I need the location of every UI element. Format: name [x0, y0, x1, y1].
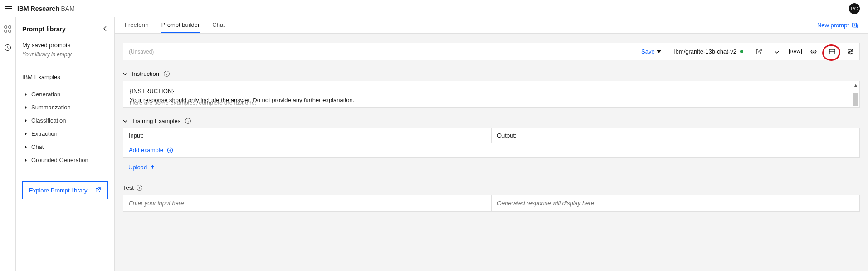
instruction-line1: {INSTRUCTION}: [130, 87, 853, 96]
sidebar-item-generation[interactable]: Generation: [22, 88, 108, 101]
instruction-header[interactable]: Instruction i: [123, 70, 860, 77]
raw-toggle-button[interactable]: RAW: [786, 43, 805, 60]
brand-bold: IBM Research: [17, 5, 59, 12]
save-button[interactable]: Save: [635, 48, 668, 55]
sidebar-item-extraction[interactable]: Extraction: [22, 127, 108, 140]
svg-point-17: [851, 49, 852, 50]
model-selector[interactable]: ibm/granite-13b-chat-v2: [668, 48, 750, 55]
tab-freeform[interactable]: Freeform: [125, 17, 149, 33]
brand-thin: BAM: [59, 5, 75, 12]
status-dot-icon: [740, 50, 743, 53]
explore-library-button[interactable]: Explore Prompt library: [22, 181, 108, 199]
brand-label: IBM Research BAM: [17, 5, 75, 12]
svg-marker-10: [25, 158, 27, 162]
training-output-header: Output:: [491, 128, 859, 143]
avatar[interactable]: RG: [849, 3, 860, 14]
test-input-field[interactable]: [129, 200, 486, 207]
instruction-textarea[interactable]: {INSTRUCTION} Your response should only …: [123, 81, 860, 108]
upload-button[interactable]: Upload: [128, 164, 156, 171]
svg-marker-9: [25, 145, 27, 149]
sidebar-title: Prompt library: [22, 25, 66, 33]
test-grid: Generated response will display here: [123, 195, 860, 212]
model-dropdown-icon[interactable]: [768, 43, 786, 60]
sidebar: Prompt library My saved prompts Your lib…: [16, 17, 115, 271]
settings-icon[interactable]: [841, 43, 859, 60]
info-icon[interactable]: i: [185, 118, 191, 124]
sidebar-item-label: Summarization: [31, 104, 71, 111]
collapse-sidebar-button[interactable]: [102, 26, 108, 33]
svg-marker-6: [25, 106, 27, 109]
training-input-header: Input:: [123, 128, 491, 143]
sidebar-item-label: Classification: [31, 117, 66, 124]
scroll-up-icon[interactable]: ▲: [853, 82, 858, 89]
sidebar-item-label: Chat: [31, 143, 44, 150]
tab-prompt-builder[interactable]: Prompt builder: [161, 17, 200, 33]
open-external-icon[interactable]: [750, 43, 768, 60]
sidebar-item-label: Generation: [31, 91, 60, 98]
tab-chat[interactable]: Chat: [212, 17, 224, 33]
upload-label: Upload: [128, 164, 147, 171]
svg-point-19: [848, 51, 849, 52]
add-example-button[interactable]: Add example: [123, 143, 859, 157]
info-icon[interactable]: i: [137, 185, 142, 191]
top-header: IBM Research BAM RG: [0, 0, 868, 17]
saved-prompts-empty: Your library is empty: [22, 51, 108, 58]
top-header-left: IBM Research BAM: [5, 5, 75, 12]
add-example-label: Add example: [129, 147, 163, 153]
save-label: Save: [641, 48, 655, 55]
model-name-label: ibm/granite-13b-chat-v2: [674, 48, 736, 55]
sidebar-divider: [22, 66, 108, 66]
tabbar: Freeform Prompt builder Chat New prompt: [115, 17, 868, 34]
training-examples-table: Input: Output: Add example: [123, 128, 860, 158]
sidebar-item-label: Grounded Generation: [31, 157, 88, 163]
test-header: Test i: [123, 184, 860, 191]
svg-marker-7: [25, 119, 27, 123]
example-list: Generation Summarization Classification …: [22, 88, 108, 167]
svg-rect-1: [9, 26, 11, 28]
test-title: Test: [123, 184, 134, 191]
training-examples-header[interactable]: Training Examples i: [123, 118, 860, 124]
history-icon[interactable]: [4, 44, 11, 53]
svg-rect-13: [813, 51, 814, 52]
main: Freeform Prompt builder Chat New prompt …: [115, 17, 868, 271]
saved-prompts-heading: My saved prompts: [22, 42, 108, 49]
new-prompt-label: New prompt: [817, 22, 849, 29]
ibm-examples-heading: IBM Examples: [22, 74, 108, 80]
apps-icon[interactable]: [4, 25, 11, 34]
svg-marker-8: [25, 132, 27, 136]
icon-rail: [0, 17, 16, 271]
svg-rect-2: [5, 30, 7, 32]
test-output-placeholder: Generated response will display here: [497, 200, 854, 207]
svg-marker-5: [25, 93, 27, 96]
svg-rect-3: [9, 30, 11, 32]
training-examples-title: Training Examples: [132, 118, 180, 124]
svg-rect-14: [829, 49, 835, 54]
sidebar-item-chat[interactable]: Chat: [22, 140, 108, 153]
info-icon[interactable]: i: [164, 71, 170, 77]
scrollbar[interactable]: ▲ ▼: [853, 82, 859, 107]
code-icon[interactable]: [805, 43, 823, 60]
svg-point-21: [850, 53, 851, 54]
raw-label: RAW: [789, 49, 802, 54]
prompt-toolbar: (Unsaved) Save ibm/granite-13b-chat-v2: [123, 43, 860, 60]
explore-library-label: Explore Prompt library: [29, 187, 88, 194]
instruction-title: Instruction: [132, 70, 159, 77]
prompt-name-label: (Unsaved): [123, 49, 635, 55]
new-prompt-button[interactable]: New prompt: [817, 22, 858, 29]
sidebar-item-label: Extraction: [31, 130, 58, 137]
sidebar-item-classification[interactable]: Classification: [22, 114, 108, 127]
svg-marker-12: [657, 50, 661, 53]
menu-icon[interactable]: [5, 6, 12, 10]
svg-rect-0: [5, 26, 7, 28]
sidebar-item-summarization[interactable]: Summarization: [22, 101, 108, 114]
format-icon[interactable]: [823, 43, 841, 60]
sidebar-item-grounded-generation[interactable]: Grounded Generation: [22, 153, 108, 167]
